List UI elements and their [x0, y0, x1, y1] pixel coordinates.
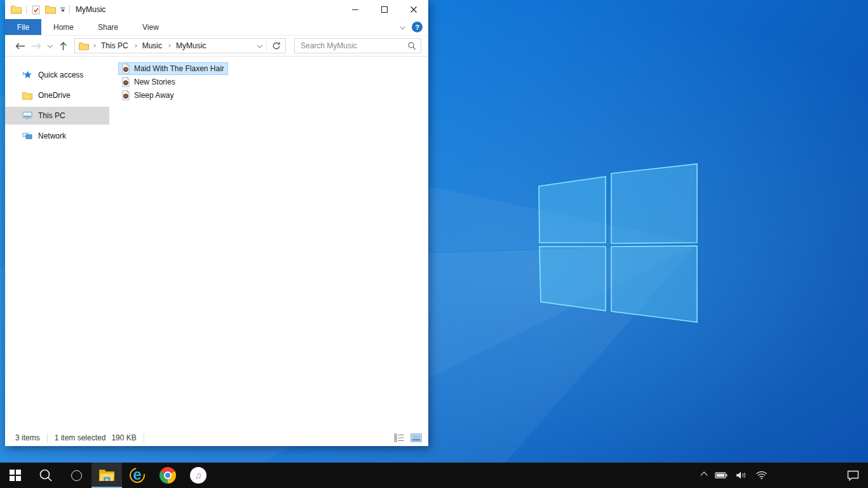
start-button[interactable] [0, 463, 31, 488]
taskbar-chrome-button[interactable] [153, 463, 183, 488]
sidebar-item-quick-access[interactable]: Quick access [5, 66, 109, 84]
action-center-icon[interactable] [847, 470, 859, 481]
volume-icon[interactable] [736, 471, 747, 480]
breadcrumb-this-pc[interactable]: This PC [101, 41, 128, 50]
windows-logo-icon [10, 470, 21, 481]
window-title: MyMusic [76, 5, 105, 14]
close-button[interactable] [399, 0, 428, 19]
star-icon [22, 70, 32, 80]
caption-buttons [341, 0, 428, 19]
help-button[interactable]: ? [412, 22, 423, 32]
taskbar-search-button[interactable] [31, 463, 61, 488]
search-box[interactable] [294, 38, 421, 53]
search-icon [39, 468, 53, 482]
status-bar: 3 items 1 item selected 190 KB [5, 430, 428, 446]
sidebar-item-label: Network [38, 132, 66, 140]
file-name: Maid With The Flaxen Hair [134, 64, 224, 73]
system-tray [702, 463, 868, 488]
up-button[interactable] [55, 37, 71, 54]
taskbar-internet-explorer-button[interactable]: e [122, 463, 153, 488]
taskbar: e ♫ [0, 463, 868, 488]
forward-button[interactable] [28, 37, 44, 54]
desktop: MyMusic File Home Share View ? [0, 0, 868, 488]
sidebar-item-label: This PC [38, 111, 65, 120]
file-name: Sleep Away [134, 91, 174, 100]
folder-icon [22, 92, 32, 100]
recent-locations-chevron-icon[interactable] [44, 44, 55, 48]
file-item[interactable]: Sleep Away [118, 89, 178, 102]
customize-quick-access-toolbar-button[interactable] [60, 8, 65, 12]
monitor-icon [22, 111, 32, 120]
battery-icon[interactable] [715, 471, 728, 479]
navigation-bar: This PC Music MyMusic [5, 36, 428, 57]
selection-count: 1 item selected [55, 433, 106, 442]
divider [69, 5, 70, 14]
file-explorer-icon [98, 468, 115, 482]
folder-icon [79, 42, 89, 50]
taskbar-itunes-button[interactable]: ♫ [183, 463, 214, 488]
sidebar-item-label: OneDrive [38, 91, 71, 100]
sidebar-item-network[interactable]: Network [5, 127, 109, 145]
show-hidden-icons-chevron-icon[interactable] [700, 471, 707, 478]
taskbar-file-explorer-button[interactable] [92, 463, 122, 488]
breadcrumb: This PC Music MyMusic [93, 41, 206, 50]
tab-file[interactable]: File [5, 19, 41, 35]
address-bar[interactable]: This PC Music MyMusic [74, 38, 286, 53]
sidebar-item-this-pc[interactable]: This PC [5, 107, 109, 125]
divider [144, 433, 144, 443]
selection-size: 190 KB [111, 433, 136, 442]
explorer-window-icon [11, 5, 22, 14]
back-button[interactable] [11, 37, 28, 54]
music-file-icon [121, 77, 131, 87]
sidebar-item-label: Quick access [38, 71, 83, 79]
search-icon[interactable] [407, 41, 416, 50]
view-switcher [393, 432, 428, 444]
new-folder-button[interactable] [45, 5, 56, 14]
divider [26, 5, 27, 14]
sidebar-item-onedrive[interactable]: OneDrive [5, 86, 109, 104]
network-icon [22, 132, 32, 140]
file-explorer-window: MyMusic File Home Share View ? [5, 0, 428, 446]
items-count: 3 items [15, 433, 40, 442]
cortana-icon [71, 470, 82, 481]
tab-view[interactable]: View [130, 19, 171, 35]
breadcrumb-chevron-icon[interactable] [167, 44, 171, 48]
breadcrumb-chevron-icon[interactable] [133, 44, 137, 48]
music-file-icon [121, 64, 131, 74]
search-input[interactable] [299, 41, 407, 51]
music-file-icon [121, 90, 131, 100]
tab-share[interactable]: Share [86, 19, 130, 35]
maximize-button[interactable] [370, 0, 399, 19]
large-icons-view-button[interactable] [410, 432, 423, 444]
breadcrumb-chevron-icon[interactable] [92, 44, 96, 48]
wifi-icon[interactable] [756, 471, 768, 480]
ribbon-tabs: File Home Share View ? [5, 19, 428, 36]
breadcrumb-music[interactable]: Music [142, 41, 162, 50]
cortana-button[interactable] [61, 463, 92, 488]
tab-home[interactable]: Home [41, 19, 86, 35]
title-bar[interactable]: MyMusic [5, 0, 428, 19]
expand-ribbon-chevron-icon[interactable] [400, 24, 405, 29]
breadcrumb-mymusic[interactable]: MyMusic [176, 41, 206, 50]
file-item-selected[interactable]: Maid With The Flaxen Hair [118, 62, 228, 75]
divider [47, 433, 48, 443]
navigation-pane: Quick access OneDrive This PC [5, 57, 109, 430]
file-name: New Stories [134, 78, 175, 86]
windows-logo [539, 164, 697, 322]
file-list[interactable]: Maid With The Flaxen Hair New Stories Sl… [109, 57, 428, 430]
itunes-icon: ♫ [190, 467, 207, 484]
file-item[interactable]: New Stories [118, 76, 179, 88]
details-view-button[interactable] [393, 432, 405, 444]
minimize-button[interactable] [341, 0, 370, 19]
internet-explorer-icon: e [129, 467, 146, 484]
refresh-button[interactable] [266, 41, 281, 50]
address-dropdown-chevron-icon[interactable] [257, 43, 262, 48]
chrome-icon [159, 467, 176, 484]
properties-button[interactable] [31, 5, 41, 15]
quick-access-toolbar [5, 5, 70, 15]
